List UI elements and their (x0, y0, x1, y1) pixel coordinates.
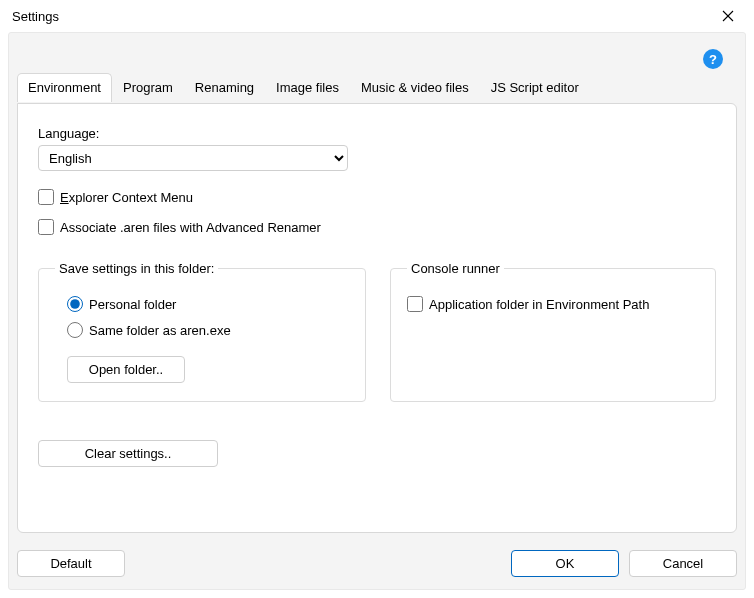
window-title: Settings (12, 9, 712, 24)
settings-window: Settings ? Environment Program Renaming … (0, 0, 754, 598)
tab-image-files[interactable]: Image files (265, 73, 350, 102)
explorer-context-menu-checkbox[interactable] (38, 189, 54, 205)
dialog-body: ? Environment Program Renaming Image fil… (8, 32, 746, 590)
app-folder-env-checkbox[interactable] (407, 296, 423, 312)
associate-aren-row[interactable]: Associate .aren files with Advanced Rena… (38, 219, 716, 235)
tab-renaming[interactable]: Renaming (184, 73, 265, 102)
associate-aren-label: Associate .aren files with Advanced Rena… (60, 220, 321, 235)
radio-personal-label: Personal folder (89, 297, 176, 312)
cancel-button[interactable]: Cancel (629, 550, 737, 577)
ok-button[interactable]: OK (511, 550, 619, 577)
tab-panel-environment: Language: English Explorer Context Menu … (17, 103, 737, 533)
close-icon (722, 10, 734, 22)
save-settings-group: Save settings in this folder: Personal f… (38, 261, 366, 402)
default-button[interactable]: Default (17, 550, 125, 577)
tab-environment[interactable]: Environment (17, 73, 112, 102)
language-select[interactable]: English (38, 145, 348, 171)
tab-music-video[interactable]: Music & video files (350, 73, 480, 102)
associate-aren-checkbox[interactable] (38, 219, 54, 235)
tab-bar: Environment Program Renaming Image files… (17, 73, 590, 102)
clear-settings-button[interactable]: Clear settings.. (38, 440, 218, 467)
radio-personal[interactable] (67, 296, 83, 312)
close-button[interactable] (712, 2, 744, 30)
tab-program[interactable]: Program (112, 73, 184, 102)
open-folder-button[interactable]: Open folder.. (67, 356, 185, 383)
radio-personal-row[interactable]: Personal folder (67, 296, 349, 312)
app-folder-env-row[interactable]: Application folder in Environment Path (407, 296, 699, 312)
app-folder-env-label: Application folder in Environment Path (429, 297, 649, 312)
radio-same-row[interactable]: Same folder as aren.exe (67, 322, 349, 338)
language-label: Language: (38, 126, 716, 141)
explorer-context-menu-label: Explorer Context Menu (60, 190, 193, 205)
console-runner-group: Console runner Application folder in Env… (390, 261, 716, 402)
radio-same[interactable] (67, 322, 83, 338)
save-settings-legend: Save settings in this folder: (55, 261, 218, 276)
tab-js-editor[interactable]: JS Script editor (480, 73, 590, 102)
help-glyph: ? (709, 52, 717, 67)
console-runner-legend: Console runner (407, 261, 504, 276)
dialog-footer: Default OK Cancel (17, 550, 737, 577)
help-icon[interactable]: ? (703, 49, 723, 69)
explorer-context-menu-row[interactable]: Explorer Context Menu (38, 189, 716, 205)
titlebar: Settings (0, 0, 754, 32)
radio-same-label: Same folder as aren.exe (89, 323, 231, 338)
